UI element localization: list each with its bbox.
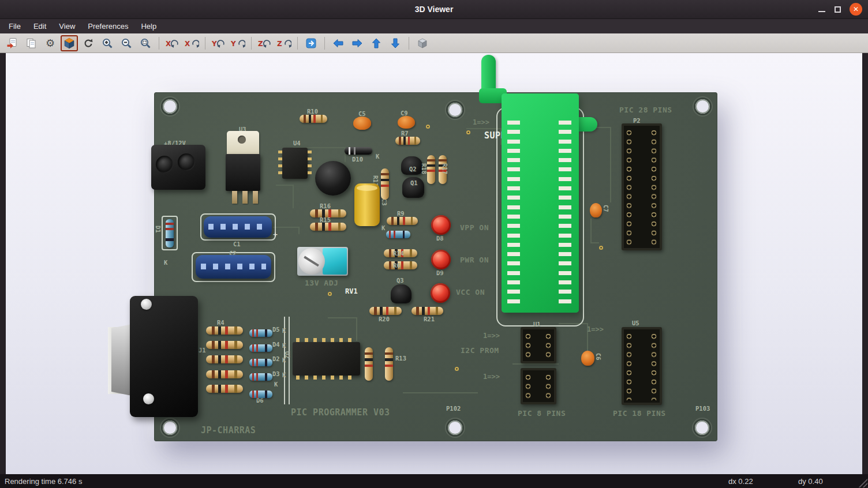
view-3d-button[interactable] [61,35,78,51]
silk-d5: D5 [272,326,280,333]
led-vcc [431,283,450,303]
rotate-x-cw-button[interactable]: X [183,35,200,51]
terminal-hole [178,153,195,171]
silk-d9: D9 [436,269,444,276]
minimize-button[interactable] [818,5,826,13]
zoom-out-button[interactable] [118,35,135,51]
rotate-x-ccw-button[interactable]: X [164,35,181,51]
rotate-z-cw-button[interactable]: Z [275,35,293,51]
resistor-r12 [365,347,373,381]
silk-13v-adj: 13V ADJ [305,279,338,287]
ortho-cube-icon [417,37,428,49]
silk-r21: R21 [424,316,435,322]
silk-rv1: RV1 [345,287,358,295]
ic-u2 [293,342,360,376]
arrow-right-icon [351,37,363,49]
dip-socket-u5 [622,327,662,405]
arrow-up-icon [371,37,382,49]
silk-d2: D2 [272,355,280,362]
pan-right-button[interactable] [349,35,366,51]
db9-connector-j1 [130,296,198,417]
rotate-y-cw-button[interactable]: Y [229,35,246,51]
silk-c7: C7 [603,205,609,212]
silk-r10: R10 [307,108,318,115]
diode-d10 [345,147,372,155]
resistor-r4 [206,326,243,335]
diode-d1 [166,219,174,247]
silk-k-d4: K [282,342,286,349]
capacitor-c5 [353,117,371,130]
db9-screw [143,393,154,404]
capacitor-c6 [581,351,594,366]
zoom-fit-button[interactable] [137,35,154,51]
svg-text:Y: Y [230,40,236,48]
toolbar-separator [409,37,409,50]
via [466,130,470,134]
silk-r17: R17 [442,163,448,174]
copy-image-button[interactable] [23,35,40,51]
toolbar-separator [324,37,325,50]
silk-d3: D3 [272,370,280,377]
menu-file[interactable]: File [2,19,27,33]
svg-text:Z: Z [277,40,282,48]
resistor-r21 [411,307,443,315]
redraw-button[interactable] [302,35,320,51]
diode-d6 [249,391,272,398]
orthographic-view-button[interactable] [414,35,431,51]
silk-q1: Q1 [410,179,418,186]
export-image-button[interactable] [3,35,21,51]
pan-left-button[interactable] [330,35,347,51]
svg-text:X: X [166,40,171,48]
regulator-u3-leg [232,191,237,204]
resize-grip[interactable] [858,478,867,487]
menu-preferences[interactable]: Preferences [81,19,134,33]
silk-c1: C1 [233,241,241,247]
silk-d10: D10 [352,156,363,163]
silk-pic18: PIC 18 PINS [613,409,666,418]
menu-edit[interactable]: Edit [27,19,53,33]
regulator-u3-hole [238,136,246,144]
resistor-r10 [300,115,327,123]
menu-help[interactable]: Help [134,19,163,33]
window-controls: ✕ [818,3,868,16]
rotate-y-ccw-button[interactable]: Y [210,35,227,51]
regulator-u3-leg [242,191,248,204]
zoom-out-icon [121,37,132,49]
silk-k-d11: K [381,224,385,231]
capacitor-black [315,161,351,196]
resistor-row-2 [206,341,243,349]
resistor-r15 [310,223,346,231]
pan-up-button[interactable] [368,35,385,51]
arrow-down-icon [390,37,401,49]
mounting-hole [695,421,709,435]
rotate-z-cw-icon: Z [276,37,291,49]
rotate-z-ccw-button[interactable]: Z [256,35,274,51]
silk-r13: R13 [395,355,406,362]
regulator-u3-leg [253,191,258,204]
capacitor-c3 [354,183,380,226]
cube-3d-icon [63,37,75,49]
viewport-3d[interactable]: +8/12V U3 U4 R10 C5 C9 R7 D10 K R11 C3 Q… [6,53,862,474]
resistor-r7 [395,137,420,145]
maximize-button[interactable] [835,6,841,13]
svg-text:Z: Z [258,40,263,48]
trimmer-rv1-screw [298,248,325,275]
cursor-dx-label: dx 0.22 [728,477,753,486]
silk-u4: U4 [293,140,301,147]
dip-socket-p2 [622,123,662,250]
close-button[interactable]: ✕ [850,3,862,16]
zif-socket [502,93,579,313]
zif-latch-tab [579,117,597,132]
reload-board-button[interactable] [80,35,97,51]
silk-r6: R6 [393,262,401,269]
zoom-in-button[interactable] [99,35,116,51]
diode-d2 [249,359,272,366]
rotate-z-ccw-icon: Z [257,37,272,49]
pan-down-button[interactable] [387,35,404,51]
app-window: 3D Viewer ✕ File Edit View Preferences H… [0,0,868,488]
render-options-button[interactable]: ⚙ [42,35,59,51]
silk-p103: P103 [695,405,710,412]
via [599,246,603,250]
menu-view[interactable]: View [53,19,81,33]
titlebar[interactable]: 3D Viewer ✕ [0,0,868,19]
